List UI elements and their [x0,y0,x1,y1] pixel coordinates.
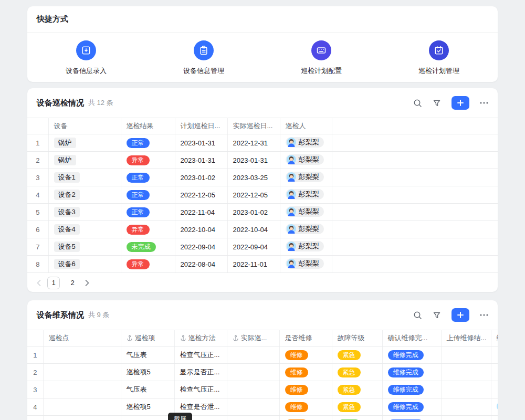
table-row[interactable]: 7 设备5 未完成 2022-09-04 2022-09-04 彭梨梨 [27,238,498,256]
table-row[interactable]: 4 巡检项5 检查是否泄... 维修 紧急 维修完成 [27,398,498,416]
cell-actual-date[interactable]: 2023-03-25 [227,169,280,186]
filter-icon[interactable] [433,99,441,107]
column-header[interactable]: 是否维修 [279,330,332,346]
next-page-button[interactable] [85,280,89,286]
cell-result[interactable]: 正常 [121,204,175,221]
cell-extra[interactable] [491,364,498,381]
cell-actual[interactable] [227,364,279,381]
table-row[interactable]: 3 气压表 检查气压正... 维修 紧急 维修完成 [27,381,498,398]
column-header[interactable]: 巡检方法 [174,330,227,346]
column-header[interactable]: 上传维修结... [441,330,491,346]
cell-item[interactable]: 巡检项5 [121,364,174,381]
table-row[interactable]: 8 设备6 异常 2022-08-04 2022-11-01 彭梨梨 [27,256,498,273]
table-row[interactable]: 5 设备3 正常 2022-11-04 2023-01-02 彭梨梨 [27,204,498,221]
cell-level[interactable]: 紧急 [332,346,382,364]
cell-actual-date[interactable]: 2023-01-02 [227,204,280,221]
cell-extra[interactable] [491,398,498,416]
cell-method[interactable]: 显示是否正... [174,364,227,381]
cell-device[interactable]: 设备2 [48,186,121,204]
cell-confirm[interactable]: 维修完成 [382,364,441,381]
cell-method[interactable]: 检查气压正... [174,346,227,364]
cell-item[interactable]: 气压表 [121,346,174,364]
cell-repair[interactable]: 维修 [279,416,332,420]
cell-level[interactable]: 紧急 [332,364,382,381]
table-row[interactable]: 2 锅炉 异常 2023-01-31 2023-01-31 彭梨梨 [27,152,498,169]
cell-confirm[interactable]: 维修完成 [382,416,441,420]
cell-planned-date[interactable]: 2022-11-04 [175,204,227,221]
cell-inspector[interactable]: 彭梨梨 [280,186,332,204]
cell-result[interactable]: 异常 [121,256,175,273]
cell-upload[interactable] [441,364,491,381]
column-header[interactable]: 确认维修完... [382,330,441,346]
cell-actual-date[interactable]: 2023-01-31 [227,152,280,169]
add-record-button[interactable] [452,308,469,322]
shortcut-item[interactable]: 巡检计划配置 [262,40,380,76]
cell-planned-date[interactable]: 2022-09-04 [175,238,227,256]
page-2-button[interactable]: 2 [66,277,79,289]
cell-planned-date[interactable]: 2022-08-04 [175,256,227,273]
cell-extra[interactable] [491,381,498,398]
cell-repair[interactable]: 维修 [279,398,332,416]
shortcut-item[interactable]: 巡检计划管理 [380,40,498,76]
more-icon[interactable] [480,102,488,104]
cell-actual-date[interactable]: 2022-12-31 [227,134,280,152]
cell-actual[interactable] [227,381,279,398]
search-icon[interactable] [413,311,422,320]
cell-actual-date[interactable]: 2022-09-04 [227,238,280,256]
cell-planned-date[interactable]: 2022-10-04 [175,221,227,238]
cell-point[interactable] [43,364,121,381]
cell-method[interactable]: 检查气压正... [174,381,227,398]
column-header[interactable]: 维... [491,330,498,346]
cell-inspector[interactable]: 彭梨梨 [280,204,332,221]
cell-repair[interactable]: 维修 [279,346,332,364]
shortcut-item[interactable]: 设备信息管理 [145,40,262,76]
add-record-button[interactable] [452,96,469,110]
cell-inspector[interactable]: 彭梨梨 [280,152,332,169]
cell-result[interactable]: 正常 [121,134,175,152]
cell-device[interactable]: 锅炉 [48,134,121,152]
table-row[interactable]: 1 气压表 检查气压正... 维修 紧急 维修完成 [27,346,498,364]
cell-repair[interactable]: 维修 [279,364,332,381]
cell-item[interactable]: 巡检项5 [121,416,174,420]
cell-inspector[interactable]: 彭梨梨 [280,221,332,238]
table-row[interactable]: 4 设备2 正常 2022-12-05 2022-12-05 彭梨梨 [27,186,498,204]
column-header[interactable]: 巡检结果 [121,118,175,134]
column-header[interactable] [332,118,498,134]
cell-actual-date[interactable]: 2022-12-05 [227,186,280,204]
table-row[interactable]: 2 巡检项5 显示是否正... 维修 紧急 维修完成 [27,364,498,381]
cell-planned-date[interactable]: 2022-12-05 [175,186,227,204]
cell-planned-date[interactable]: 2023-01-31 [175,134,227,152]
cell-confirm[interactable]: 维修完成 [382,381,441,398]
search-icon[interactable] [413,99,422,108]
table-row[interactable]: 1 锅炉 正常 2023-01-31 2022-12-31 彭梨梨 [27,134,498,152]
cell-planned-date[interactable]: 2023-01-31 [175,152,227,169]
cell-device[interactable]: 设备6 [48,256,121,273]
cell-actual[interactable] [227,398,279,416]
cell-inspector[interactable]: 彭梨梨 [280,134,332,152]
cell-confirm[interactable]: 维修完成 [382,398,441,416]
column-header[interactable]: 实际巡... [227,330,279,346]
cell-result[interactable]: 正常 [121,186,175,204]
cell-point[interactable] [43,381,121,398]
cell-extra[interactable] [491,346,498,364]
column-header[interactable]: 设备 [48,118,121,134]
cell-inspector[interactable]: 彭梨梨 [280,169,332,186]
more-icon[interactable] [480,314,488,316]
cell-actual-date[interactable]: 2022-10-04 [227,221,280,238]
table-row[interactable]: 5 巡检项5 显示是否正... 维修 一般 维修完成 [27,416,498,420]
cell-planned-date[interactable]: 2023-01-02 [175,169,227,186]
cell-level[interactable]: 紧急 [332,381,382,398]
cell-result[interactable]: 异常 [121,152,175,169]
cell-item[interactable]: 气压表 [121,381,174,398]
cell-device[interactable]: 设备3 [48,204,121,221]
cell-actual[interactable] [227,346,279,364]
cell-upload[interactable] [441,398,491,416]
cell-level[interactable]: 紧急 [332,398,382,416]
cell-device[interactable]: 设备4 [48,221,121,238]
cell-point[interactable] [43,346,121,364]
cell-extra[interactable] [491,416,498,420]
cell-device[interactable]: 设备5 [48,238,121,256]
cell-upload[interactable] [441,416,491,420]
cell-device[interactable]: 锅炉 [48,152,121,169]
cell-result[interactable]: 未完成 [121,238,175,256]
